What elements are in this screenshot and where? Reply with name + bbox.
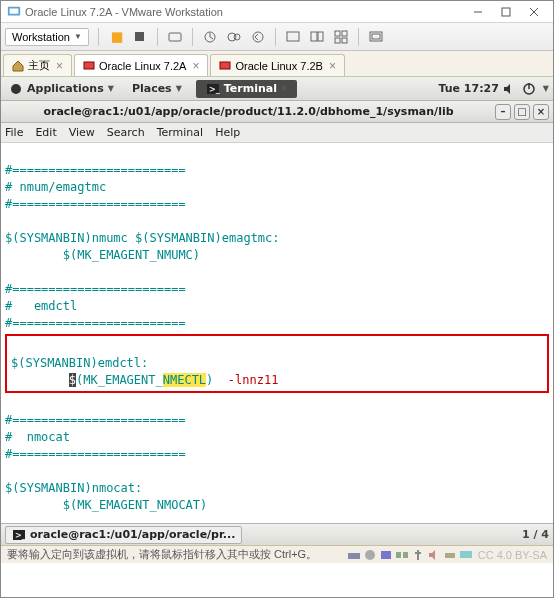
stop-button[interactable] [130, 27, 150, 47]
svg-rect-35 [460, 551, 472, 558]
divider [275, 28, 276, 46]
code-line: $(SYSMANBIN)nmocat: [5, 481, 142, 495]
clock[interactable]: Tue 17:27 [438, 82, 498, 95]
host-window-title: Oracle Linux 7.2A - VMware Workstation [25, 6, 223, 18]
tab-vm-b-label: Oracle Linux 7.2B [235, 60, 322, 72]
term-maximize-button[interactable]: □ [514, 104, 530, 120]
chevron-down-icon: ▼ [281, 84, 287, 93]
volume-icon[interactable] [502, 82, 516, 96]
terminal-icon: >_ [12, 528, 26, 542]
send-ctrl-alt-del-button[interactable] [165, 27, 185, 47]
tab-vm-b[interactable]: Oracle Linux 7.2B × [210, 54, 344, 76]
home-icon [12, 60, 24, 72]
svg-rect-13 [318, 32, 323, 41]
svg-rect-11 [287, 32, 299, 41]
code-line: #======================== [5, 413, 186, 427]
console-view-button[interactable] [366, 27, 386, 47]
text-cursor: $ [69, 373, 76, 387]
divider [157, 28, 158, 46]
applications-menu[interactable]: Applications ▼ [5, 82, 118, 96]
fullscreen-button[interactable] [283, 27, 303, 47]
svg-rect-29 [348, 553, 360, 559]
svg-text:>_: >_ [209, 85, 220, 94]
svg-point-30 [365, 550, 375, 560]
active-app-indicator[interactable]: >_ Terminal ▼ [196, 80, 297, 98]
term-close-button[interactable]: × [533, 104, 549, 120]
display-icon[interactable] [459, 549, 473, 561]
menu-view[interactable]: View [69, 126, 95, 139]
svg-rect-12 [311, 32, 317, 41]
terminal-output[interactable]: #======================== # nmum/emagtmc… [1, 143, 553, 523]
term-minimize-button[interactable]: – [495, 104, 511, 120]
vmware-logo-icon [7, 5, 21, 19]
cd-icon[interactable] [363, 549, 377, 561]
close-icon[interactable]: × [329, 59, 336, 73]
vm-icon [83, 60, 95, 72]
close-icon[interactable]: × [56, 59, 63, 73]
menu-search[interactable]: Search [107, 126, 145, 139]
close-icon[interactable]: × [192, 59, 199, 73]
network-icon[interactable] [395, 549, 409, 561]
power-icon[interactable] [522, 82, 536, 96]
menu-terminal[interactable]: Terminal [157, 126, 204, 139]
usb-icon[interactable] [411, 549, 425, 561]
svg-rect-31 [381, 551, 391, 559]
chevron-down-icon: ▼ [108, 84, 114, 93]
chevron-down-icon: ▼ [543, 84, 549, 93]
sound-icon[interactable] [427, 549, 441, 561]
chevron-down-icon: ▼ [74, 32, 82, 41]
code-line: $(SYSMANBIN)nmumc $(SYSMANBIN)emagtmc: [5, 231, 280, 245]
maximize-button[interactable] [493, 3, 519, 21]
taskbar-item-terminal[interactable]: >_ oracle@rac1:/u01/app/oracle/pr... [5, 526, 242, 544]
snapshot-button[interactable] [200, 27, 220, 47]
svg-rect-19 [372, 34, 380, 39]
revert-button[interactable] [248, 27, 268, 47]
unity-button[interactable] [307, 27, 327, 47]
code-line: # nmum/emagtmc [5, 180, 106, 194]
close-button[interactable] [521, 3, 547, 21]
tab-home-label: 主页 [28, 58, 50, 73]
code-line: # nmocat [5, 430, 70, 444]
vmware-toolbar: Workstation ▼ ▮▮ [1, 23, 553, 51]
code-line: #======================== [5, 197, 186, 211]
menu-file[interactable]: File [5, 126, 23, 139]
svg-point-8 [228, 33, 236, 41]
minimize-button[interactable] [465, 3, 491, 21]
tab-vm-a[interactable]: Oracle Linux 7.2A × [74, 54, 208, 76]
vm-icon [219, 60, 231, 72]
workstation-menu[interactable]: Workstation ▼ [5, 28, 89, 46]
places-menu[interactable]: Places ▼ [128, 82, 186, 95]
terminal-icon: >_ [206, 82, 220, 96]
host-window-titlebar: Oracle Linux 7.2A - VMware Workstation [1, 1, 553, 23]
places-label: Places [132, 82, 172, 95]
svg-rect-34 [445, 553, 455, 558]
tab-home[interactable]: 主页 × [3, 54, 72, 76]
gnome-top-bar: Applications ▼ Places ▼ >_ Terminal ▼ Tu… [1, 77, 553, 101]
svg-text:>_: >_ [15, 531, 26, 540]
snapshot-manager-button[interactable] [224, 27, 244, 47]
svg-rect-20 [84, 62, 94, 69]
highlighted-region: $(SYSMANBIN)emdctl: $(MK_EMAGENT_NMECTL)… [5, 334, 549, 393]
code-line: #======================== [5, 282, 186, 296]
edited-text: -lnnz11 [213, 373, 278, 387]
vmware-status-bar: 要将输入定向到该虚拟机，请将鼠标指针移入其中或按 Ctrl+G。 CC 4.0 … [1, 545, 553, 563]
svg-point-9 [234, 34, 240, 40]
code-line: #======================== [5, 447, 186, 461]
pause-button[interactable]: ▮▮ [106, 27, 126, 47]
printer-icon[interactable] [443, 549, 457, 561]
workspace-indicator[interactable]: 1 / 4 [522, 528, 549, 541]
taskbar-item-label: oracle@rac1:/u01/app/oracle/pr... [30, 528, 235, 541]
menu-help[interactable]: Help [215, 126, 240, 139]
active-app-label: Terminal [224, 82, 277, 95]
tab-vm-a-label: Oracle Linux 7.2A [99, 60, 186, 72]
watermark: CC 4.0 BY-SA [478, 549, 547, 561]
thumbnail-button[interactable] [331, 27, 351, 47]
hdd-icon[interactable] [347, 549, 361, 561]
svg-rect-15 [342, 31, 347, 36]
code-line: $(MK_EMAGENT_NMUMC) [5, 248, 200, 262]
svg-rect-1 [10, 8, 19, 13]
floppy-icon[interactable] [379, 549, 393, 561]
menu-edit[interactable]: Edit [35, 126, 56, 139]
divider [358, 28, 359, 46]
svg-point-22 [11, 84, 21, 94]
